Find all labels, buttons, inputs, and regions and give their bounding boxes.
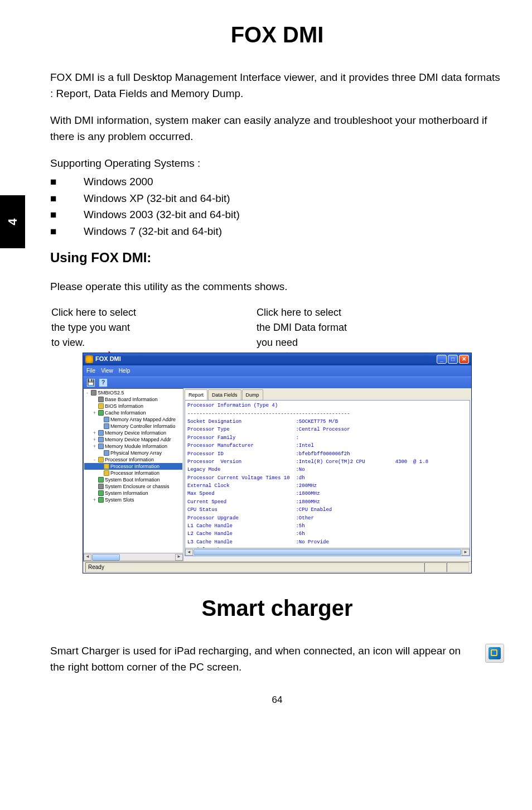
tree-root[interactable]: -SMBIOS2.5 [84, 389, 182, 396]
fox-dmi-screenshot: FOX DMI _ □ ✕ File View Help 💾 ? -SMBIOS… [83, 353, 472, 573]
tree-item[interactable]: System Boot Information [84, 476, 182, 483]
window-title: FOX DMI [95, 354, 437, 364]
menu-file[interactable]: File [86, 367, 95, 375]
smart-charger-text: Smart Charger is used for iPad rechargin… [50, 643, 474, 676]
tab-data-fields[interactable]: Data Fields [208, 389, 241, 400]
tree-item[interactable]: +System Slots [84, 496, 182, 503]
using-heading: Using FOX DMI: [50, 247, 504, 268]
chapter-tab: 4 [0, 195, 25, 248]
os-list: ■Windows 2000 ■Windows XP (32-bit and 64… [50, 173, 504, 239]
tree-item[interactable]: BIOS Information [84, 403, 182, 409]
report-scrollbar[interactable]: ◄► [185, 548, 470, 556]
menu-bar[interactable]: File View Help [83, 365, 471, 377]
callout-tabs: Click here to select the DMI Data format… [240, 305, 504, 350]
status-text: Ready [85, 562, 424, 572]
tab-dump[interactable]: Dump [242, 389, 263, 400]
tree-item[interactable]: System Enclosure or chassis [84, 483, 182, 490]
callouts: Click here to select the type you want t… [50, 305, 504, 350]
status-bar: Ready [83, 561, 471, 573]
operate-text: Please operate this utility as the comme… [50, 278, 504, 295]
tree-item[interactable]: Base Board Information [84, 396, 182, 403]
smart-charger-icon [485, 644, 504, 663]
callout-tree: Click here to select the type you want t… [50, 305, 240, 350]
heading-smart-charger: Smart charger [50, 590, 504, 626]
close-button[interactable]: ✕ [459, 355, 469, 364]
tree-panel[interactable]: -SMBIOS2.5 Base Board InformationBIOS In… [83, 388, 183, 561]
window-titlebar[interactable]: FOX DMI _ □ ✕ [83, 353, 471, 365]
tree-item[interactable]: Memory Controller Informatio [84, 423, 182, 430]
menu-view[interactable]: View [101, 367, 113, 375]
save-icon[interactable]: 💾 [86, 378, 95, 387]
tree-item[interactable]: Processor Information [84, 470, 182, 476]
help-icon[interactable]: ? [99, 378, 108, 387]
heading-fox-dmi: FOX DMI [50, 17, 504, 52]
maximize-button[interactable]: □ [448, 355, 458, 364]
tree-scrollbar[interactable]: ◄► [84, 553, 183, 561]
minimize-button[interactable]: _ [437, 355, 447, 364]
report-content[interactable]: Processor Information (Type 4) ---------… [185, 400, 470, 556]
fox-dmi-intro-1: FOX DMI is a full Desktop Management Int… [50, 69, 504, 102]
tree-item[interactable]: Physical Memory Array [84, 450, 182, 456]
app-icon [85, 355, 93, 363]
dmi-format-tabs: Report Data Fields Dump [183, 388, 471, 400]
toolbar: 💾 ? [83, 377, 471, 388]
tree-item[interactable]: +Memory Device Information [84, 430, 182, 436]
tree-item[interactable]: Processor Information [84, 463, 182, 470]
tree-item[interactable]: +Memory Device Mapped Addr [84, 436, 182, 443]
tree-item[interactable]: +Memory Module Information [84, 443, 182, 450]
fox-dmi-intro-2: With DMI information, system maker can e… [50, 112, 504, 145]
os-heading: Supporting Operating Systems : [50, 155, 504, 171]
page-number: 64 [50, 692, 504, 707]
tree-item[interactable]: System Information [84, 490, 182, 496]
tab-report[interactable]: Report [185, 389, 207, 400]
tree-item[interactable]: Memory Array Mapped Addre [84, 416, 182, 423]
tree-item[interactable]: -Processor Information [84, 456, 182, 463]
menu-help[interactable]: Help [119, 367, 130, 375]
tree-item[interactable]: +Cache Information [84, 409, 182, 416]
